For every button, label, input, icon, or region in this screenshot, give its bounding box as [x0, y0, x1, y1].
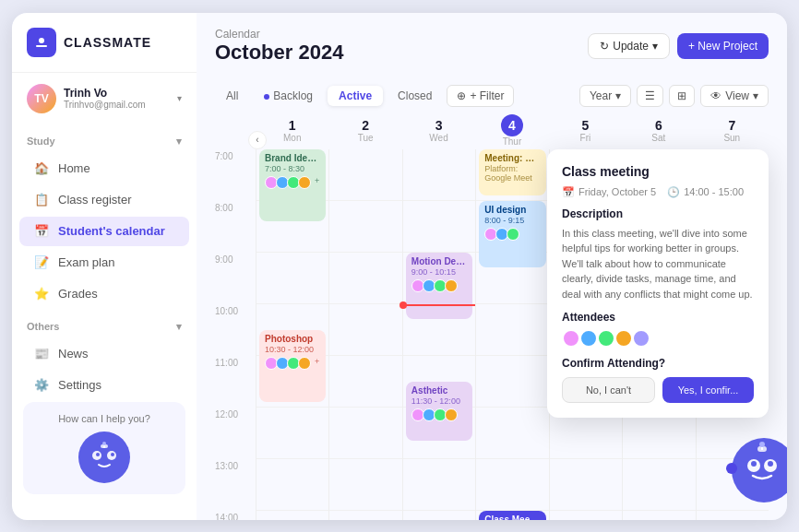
clock-icon: 🕒 [667, 186, 680, 198]
chevron-down-icon: ▾ [177, 93, 182, 103]
grid-view-button[interactable]: ⊞ [669, 85, 695, 107]
sidebar-item-settings-label: Settings [58, 378, 101, 392]
day-col-thur: Meeting: Desig... Platform: Google Meet … [475, 149, 548, 520]
logo-area: CLASSMATE [12, 28, 197, 73]
view-chevron-icon: ▾ [753, 89, 758, 102]
day-header-wed: 3 Wed [402, 112, 475, 149]
event-meeting-design[interactable]: Meeting: Desig... Platform: Google Meet [479, 149, 545, 195]
tab-backlog[interactable]: Backlog [253, 86, 324, 106]
day-col-wed: Motion Design 9:00 - 10:15 [402, 149, 475, 520]
day-col-tue [328, 149, 401, 520]
sidebar-item-settings[interactable]: ⚙️ Settings [19, 371, 189, 400]
svg-point-5 [96, 453, 100, 456]
study-collapse-icon: ▾ [176, 136, 182, 148]
tab-all[interactable]: All [215, 86, 249, 106]
tab-closed[interactable]: Closed [387, 86, 443, 106]
decline-button[interactable]: No, I can't [562, 377, 655, 403]
logo-icon [27, 28, 56, 57]
toolbar-right: Year ▾ ☰ ⊞ 👁 View ▾ [579, 85, 769, 107]
user-name: Trinh Vo [64, 87, 170, 100]
others-section-label: Others [27, 321, 59, 332]
sidebar-item-class-register-label: Class register [58, 193, 131, 207]
popup-actions: No, I can't Yes, I confir... [562, 377, 754, 403]
time-column: 7:00 8:00 9:00 10:00 11:00 12:00 13:00 1… [215, 112, 256, 509]
gear-icon: ⚙️ [34, 378, 49, 393]
popup-title: Class meeting [562, 164, 754, 179]
event-class-meeting[interactable]: Class Meeting Platform: Google M... [479, 511, 545, 520]
calendar-wrapper: 7:00 8:00 9:00 10:00 11:00 12:00 13:00 1… [197, 112, 787, 520]
others-collapse-icon: ▾ [176, 321, 182, 333]
popup-time: 14:00 - 15:00 [684, 186, 744, 197]
event-brand-identity[interactable]: Brand Identity D... 7:00 - 8:30 + [259, 149, 326, 221]
prev-week-button[interactable]: ‹ [248, 131, 267, 149]
sidebar-item-exam-plan[interactable]: 📝 Exam plan [19, 248, 189, 278]
year-view-button[interactable]: Year ▾ [579, 85, 631, 107]
days-grid: ‹ 1 Mon 2 Tue 3 Wed [256, 112, 769, 509]
day-col-mon: Brand Identity D... 7:00 - 8:30 + [256, 149, 328, 520]
star-icon: ⭐ [34, 287, 49, 301]
day-header-fri: 5 Fri [549, 112, 622, 149]
view-button[interactable]: 👁 View ▾ [700, 85, 769, 107]
sidebar-item-home-label: Home [58, 161, 90, 175]
popup-confirm-title: Confirm Attending? [562, 357, 754, 370]
popup-attendees-title: Attendees [562, 311, 754, 324]
event-popup: Class meeting 📅 Friday, October 5 🕒 14:0… [547, 149, 769, 419]
sidebar-item-grades[interactable]: ⭐ Grades [19, 279, 189, 309]
sidebar-item-class-register[interactable]: 📋 Class register [19, 185, 189, 215]
sidebar-item-news-label: News [58, 347, 89, 361]
update-icon: ↻ [600, 40, 609, 53]
popup-date: Friday, October 5 [578, 186, 656, 197]
clipboard-icon: 📝 [34, 255, 49, 270]
svg-rect-1 [36, 45, 47, 47]
avatar: TV [27, 84, 56, 113]
user-profile[interactable]: TV Trinh Vo Trinhvo@gmail.com ▾ [12, 73, 197, 124]
confirm-button[interactable]: Yes, I confir... [662, 377, 754, 403]
sidebar-item-home[interactable]: 🏠 Home [19, 154, 189, 183]
event-ui-design[interactable]: UI design 8:00 - 9:15 [479, 201, 545, 267]
calendar-icon: 📅 [34, 224, 49, 239]
now-dot [400, 301, 407, 309]
svg-point-6 [111, 453, 114, 456]
update-button[interactable]: ↻ Update ▾ [588, 33, 670, 59]
popup-attendees [562, 329, 754, 348]
day-header-thur: 4 Thur [475, 112, 548, 149]
book-icon: 📋 [34, 193, 49, 207]
filter-icon: ⊕ [457, 89, 466, 102]
list-view-button[interactable]: ☰ [637, 85, 663, 107]
filter-button[interactable]: ⊕ + Filter [447, 85, 514, 107]
eye-icon: 👁 [710, 89, 721, 102]
day-header-sun: 7 Sun [696, 112, 769, 149]
sidebar-item-students-calendar-label: Student's calendar [58, 224, 165, 238]
calendar-label: Calendar [215, 28, 343, 41]
tab-active[interactable]: Active [328, 86, 383, 106]
attendee-2 [579, 329, 598, 348]
svg-point-0 [39, 38, 44, 43]
attendee-1 [562, 329, 580, 348]
calendar-grid: 7:00 8:00 9:00 10:00 11:00 12:00 13:00 1… [215, 112, 769, 509]
sidebar-item-exam-plan-label: Exam plan [58, 255, 114, 269]
year-chevron-icon: ▾ [615, 89, 621, 102]
help-text: How can I help you? [38, 413, 171, 424]
attendee-5 [632, 329, 650, 348]
event-motion-design[interactable]: Motion Design 9:00 - 10:15 [406, 253, 472, 319]
sidebar-item-news[interactable]: 📰 News [19, 339, 189, 369]
calendar-icon-popup: 📅 [562, 186, 575, 198]
days-header: 1 Mon 2 Tue 3 Wed 4 Thur [256, 112, 769, 149]
svg-point-2 [78, 432, 130, 483]
update-dropdown-icon: ▾ [652, 40, 658, 53]
toolbar: All Backlog Active Closed ⊕ + Filter Yea… [197, 79, 787, 112]
new-project-button[interactable]: + New Project [677, 33, 769, 59]
event-asthetic[interactable]: Asthetic 11:30 - 12:00 [406, 382, 472, 441]
popup-desc-title: Description [562, 207, 754, 220]
header-actions: ↻ Update ▾ + New Project [588, 33, 769, 59]
help-panel: How can I help you? [23, 402, 185, 494]
sidebar-item-students-calendar[interactable]: 📅 Student's calendar [19, 217, 189, 246]
event-photoshop[interactable]: Photoshop 10:30 - 12:00 + [259, 330, 326, 402]
user-email: Trinhvo@gmail.com [64, 100, 170, 110]
main-content: Calendar October 2024 ↻ Update ▾ + New P… [197, 13, 787, 520]
sidebar: CLASSMATE TV Trinh Vo Trinhvo@gmail.com … [12, 13, 197, 520]
day-header-sat: 6 Sat [622, 112, 695, 149]
home-icon: 🏠 [34, 161, 49, 176]
app-name: CLASSMATE [64, 35, 151, 50]
page-title: October 2024 [215, 41, 343, 65]
